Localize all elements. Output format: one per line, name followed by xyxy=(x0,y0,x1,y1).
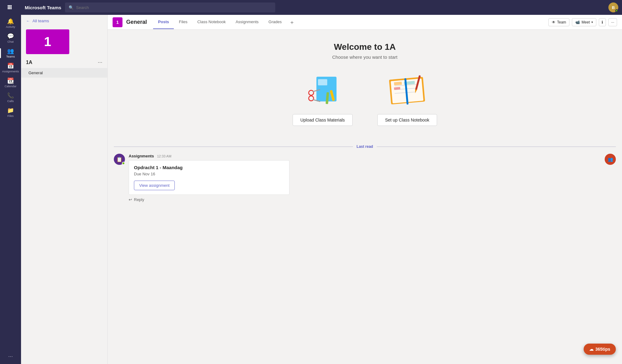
tab-files-label: Files xyxy=(179,19,187,24)
team-banner[interactable]: 1 xyxy=(26,29,69,54)
rail-item-calendar[interactable]: 📆 Calendar xyxy=(0,75,21,90)
upload-materials-card: Upload Class Materials xyxy=(293,72,353,126)
files-label: Files xyxy=(7,114,14,118)
activity-icon: 🔔 xyxy=(7,19,14,24)
assignment-title: Opdracht 1 - Maandag xyxy=(134,165,284,170)
post-right-avatar: 👥 xyxy=(605,154,616,165)
info-button[interactable]: ℹ xyxy=(599,18,606,26)
tab-files[interactable]: Files xyxy=(174,15,192,29)
team-btn-label: Team xyxy=(557,20,566,24)
divider-left xyxy=(114,147,353,147)
more-options-icon: ··· xyxy=(611,20,614,24)
search-input[interactable] xyxy=(76,5,272,10)
files-icon: 📁 xyxy=(7,108,14,113)
svg-rect-2 xyxy=(11,5,12,6)
search-bar[interactable]: 🔍 xyxy=(65,2,275,12)
post-timestamp: 12:33 AM xyxy=(157,154,171,158)
header-right: B xyxy=(608,2,618,12)
team-name-row: 1A ··· xyxy=(21,57,107,68)
rail-item-teams[interactable]: 👥 Teams xyxy=(0,46,21,61)
team-name: 1A xyxy=(26,60,32,65)
assignment-due-date: Due Nov 16 xyxy=(134,172,284,176)
app-title: Microsoft Teams xyxy=(25,5,61,10)
channel-general[interactable]: General xyxy=(21,68,107,78)
top-header: Microsoft Teams 🔍 B xyxy=(21,0,622,15)
badge-number: 1 xyxy=(116,19,119,25)
calendar-icon: 📆 xyxy=(7,78,14,84)
avatar-initials: B xyxy=(612,5,615,10)
view-assignment-button[interactable]: View assignment xyxy=(134,181,175,190)
all-teams-label: All teams xyxy=(32,19,49,23)
calls-icon: 📞 xyxy=(7,93,14,98)
tips-badge[interactable]: ☁ 365tips xyxy=(584,344,616,355)
team-button[interactable]: 👁 Team xyxy=(548,18,569,26)
svg-rect-8 xyxy=(11,8,12,9)
svg-rect-10 xyxy=(318,79,327,85)
office-icon: ☁ xyxy=(589,347,594,352)
svg-rect-7 xyxy=(9,8,10,9)
left-rail: 🔔 Activity 💬 Chat 👥 Teams 📅 Assignments … xyxy=(0,0,21,364)
rail-item-activity[interactable]: 🔔 Activity xyxy=(0,16,21,31)
svg-rect-4 xyxy=(9,6,10,8)
back-to-all-teams[interactable]: ← All teams xyxy=(21,15,107,27)
rail-item-more[interactable]: ··· xyxy=(0,351,21,362)
meet-btn-label: Meet xyxy=(581,20,590,24)
rail-item-files[interactable]: 📁 Files xyxy=(0,105,21,120)
add-tab-button[interactable]: ＋ xyxy=(287,16,297,28)
tab-assignments[interactable]: Assignments xyxy=(231,15,264,29)
view-assignment-label: View assignment xyxy=(139,183,169,188)
tab-grades[interactable]: Grades xyxy=(264,15,287,29)
welcome-title: Welcome to 1A xyxy=(334,42,396,52)
user-avatar[interactable]: B xyxy=(608,2,618,12)
more-icon: ··· xyxy=(8,353,13,359)
divider-right xyxy=(377,147,616,147)
calls-label: Calls xyxy=(7,99,14,103)
channel-badge: 1 xyxy=(113,17,122,27)
meet-button[interactable]: 📹 Meet ▾ xyxy=(572,18,596,26)
channel-actions: 👁 Team 📹 Meet ▾ ℹ ··· xyxy=(548,18,617,26)
more-options-button[interactable]: ··· xyxy=(608,18,617,26)
rail-item-calls[interactable]: 📞 Calls xyxy=(0,90,21,105)
svg-rect-6 xyxy=(8,8,9,9)
svg-rect-0 xyxy=(8,5,9,6)
meet-chevron-icon: ▾ xyxy=(591,20,593,24)
tab-posts[interactable]: Posts xyxy=(153,15,174,29)
tab-class-notebook[interactable]: Class Notebook xyxy=(192,15,231,29)
channel-header: 1 General Posts Files Class Notebook Ass… xyxy=(108,15,622,30)
team-icon: 👁 xyxy=(552,20,556,24)
chat-icon: 💬 xyxy=(7,33,14,39)
post-item: 📋 Assignments 12:33 AM Opdracht 1 - Maan… xyxy=(114,154,616,202)
team-more-button[interactable]: ··· xyxy=(98,59,102,66)
rail-item-chat[interactable]: 💬 Chat xyxy=(0,31,21,46)
sender-presence-dot xyxy=(122,162,125,165)
post-meta: Assignments 12:33 AM xyxy=(129,154,601,158)
channel-name-label: General xyxy=(28,71,43,75)
upload-materials-button[interactable]: Upload Class Materials xyxy=(293,114,353,126)
teams-icon: 👥 xyxy=(7,48,14,54)
assignments-label: Assignments xyxy=(2,70,19,73)
reply-button[interactable]: ↩ Reply xyxy=(129,197,601,202)
tips-label: 365tips xyxy=(595,347,610,352)
upload-btn-label: Upload Class Materials xyxy=(300,118,345,122)
calendar-label: Calendar xyxy=(5,84,17,88)
post-area: 📋 Assignments 12:33 AM Opdracht 1 - Maan… xyxy=(108,154,622,207)
notebook-illustration xyxy=(385,72,429,109)
setup-notebook-button[interactable]: Set up Class Notebook xyxy=(377,114,437,126)
right-avatar-icon: 👥 xyxy=(608,157,613,162)
activity-label: Activity xyxy=(6,25,15,28)
tab-assignments-label: Assignments xyxy=(236,19,259,24)
post-body: Assignments 12:33 AM Opdracht 1 - Maanda… xyxy=(129,154,601,202)
welcome-section: Welcome to 1A Choose where you want to s… xyxy=(108,30,622,144)
welcome-subtitle: Choose where you want to start xyxy=(332,54,397,60)
sidebar: ← All teams 1 1A ··· General xyxy=(21,0,108,364)
tab-class-notebook-label: Class Notebook xyxy=(197,19,226,24)
upload-illustration xyxy=(301,72,344,109)
assignments-icon: 📅 xyxy=(7,63,14,69)
rail-item-assignments[interactable]: 📅 Assignments xyxy=(0,61,21,75)
tab-posts-label: Posts xyxy=(158,19,169,24)
teams-label: Teams xyxy=(6,55,15,58)
tab-grades-label: Grades xyxy=(268,19,282,24)
reply-icon: ↩ xyxy=(129,197,132,202)
svg-rect-3 xyxy=(8,6,9,8)
assignment-card: Opdracht 1 - Maandag Due Nov 16 View ass… xyxy=(129,160,290,195)
